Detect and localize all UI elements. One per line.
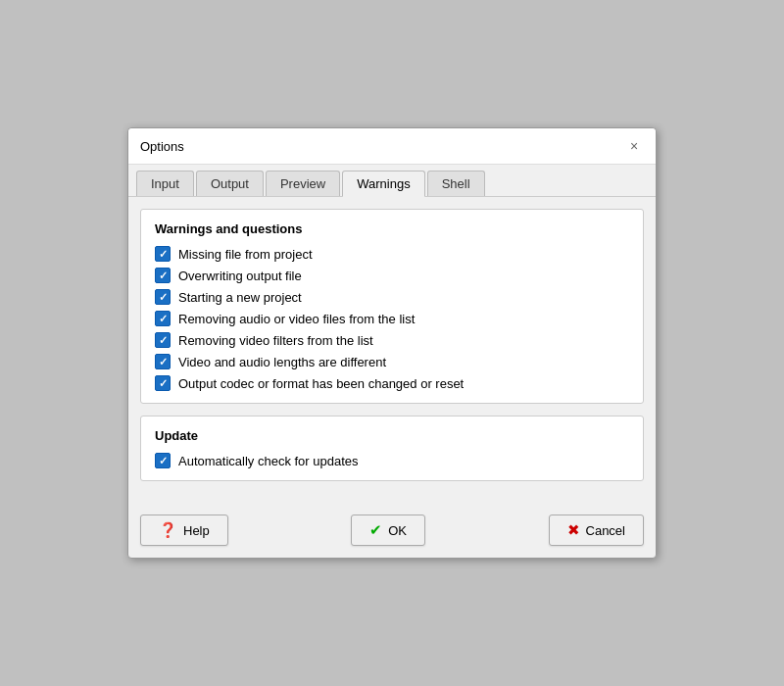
checkbox-removing-audio-video[interactable]	[155, 311, 171, 326]
label-new-project: Starting a new project	[178, 290, 302, 305]
checkbox-auto-update[interactable]	[155, 453, 171, 468]
label-auto-update: Automatically check for updates	[178, 454, 359, 468]
checkbox-overwriting[interactable]	[155, 268, 171, 283]
tab-output[interactable]: Output	[196, 171, 264, 196]
checkbox-row-overwriting: Overwriting output file	[155, 268, 629, 283]
options-dialog: Options × Input Output Preview Warnings …	[127, 127, 657, 559]
label-missing-file: Missing file from project	[178, 247, 313, 262]
warnings-section-title: Warnings and questions	[155, 221, 629, 236]
label-codec-changed: Output codec or format has been changed …	[178, 376, 464, 391]
label-removing-audio-video: Removing audio or video files from the l…	[178, 312, 415, 326]
checkbox-new-project[interactable]	[155, 289, 171, 305]
dialog-footer: ❓ Help ✔ OK ✖ Cancel	[128, 505, 656, 558]
tab-bar: Input Output Preview Warnings Shell	[128, 165, 656, 197]
warnings-section: Warnings and questions Missing file from…	[140, 209, 644, 404]
label-lengths-different: Video and audio lengths are different	[178, 355, 386, 369]
content-area: Warnings and questions Missing file from…	[128, 197, 656, 505]
cancel-icon: ✖	[567, 521, 580, 539]
checkbox-row-auto-update: Automatically check for updates	[155, 453, 629, 468]
cancel-label: Cancel	[586, 523, 625, 538]
help-label: Help	[183, 523, 210, 538]
ok-label: OK	[388, 523, 407, 538]
checkbox-row-lengths-different: Video and audio lengths are different	[155, 354, 629, 369]
update-section: Update Automatically check for updates	[140, 416, 644, 481]
checkbox-lengths-different[interactable]	[155, 354, 171, 369]
cancel-button[interactable]: ✖ Cancel	[549, 514, 644, 546]
help-icon: ❓	[159, 521, 177, 539]
ok-button[interactable]: ✔ OK	[351, 514, 425, 546]
checkbox-row-removing-audio-video: Removing audio or video files from the l…	[155, 311, 629, 326]
tab-warnings[interactable]: Warnings	[342, 171, 424, 197]
update-section-title: Update	[155, 428, 629, 443]
dialog-title: Options	[140, 139, 184, 154]
checkbox-row-codec-changed: Output codec or format has been changed …	[155, 375, 629, 391]
label-removing-filters: Removing video filters from the list	[178, 333, 373, 348]
tab-preview[interactable]: Preview	[266, 171, 340, 196]
close-button[interactable]: ×	[624, 136, 644, 156]
help-button[interactable]: ❓ Help	[140, 514, 228, 546]
label-overwriting: Overwriting output file	[178, 269, 302, 283]
checkbox-removing-filters[interactable]	[155, 332, 171, 348]
tab-input[interactable]: Input	[136, 171, 194, 196]
ok-icon: ✔	[369, 521, 382, 539]
title-bar: Options ×	[128, 128, 656, 165]
tab-shell[interactable]: Shell	[427, 171, 485, 196]
checkbox-row-new-project: Starting a new project	[155, 289, 629, 305]
checkbox-row-removing-filters: Removing video filters from the list	[155, 332, 629, 348]
checkbox-codec-changed[interactable]	[155, 375, 171, 391]
checkbox-missing-file[interactable]	[155, 246, 171, 262]
checkbox-row-missing-file: Missing file from project	[155, 246, 629, 262]
